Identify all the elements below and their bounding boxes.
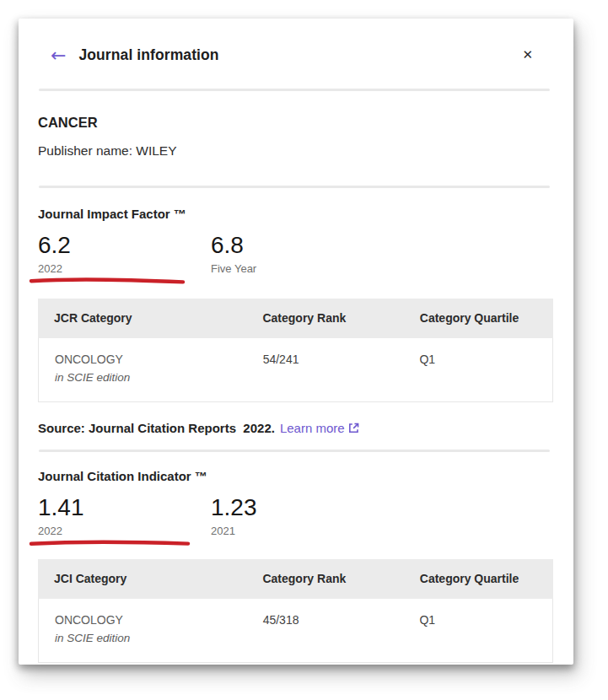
journal-header-section: CANCER Publisher name: WILEY [19,91,573,186]
table-header-row: JCR Category Category Rank Category Quar… [38,299,553,338]
column-header-category-quartile: Category Quartile [404,299,553,338]
cell-quartile: Q1 [403,338,552,401]
cell-category: ONCOLOGY in SCIE edition [39,599,247,662]
panel-header: ← Journal information ✕ [19,19,573,89]
red-underline-annotation [29,277,186,286]
close-icon: ✕ [522,47,533,62]
metric-jif-current: 6.2 2022 [38,232,211,286]
edition-note: in SCIE edition [55,632,240,657]
metric-label: 2022 [38,525,211,537]
metric-value: 6.2 [38,232,211,258]
citation-indicator-metrics: 1.41 2022 1.23 2021 [38,494,553,548]
table-row: ONCOLOGY in SCIE edition 54/241 Q1 [39,338,552,401]
cell-quartile: Q1 [403,599,552,662]
journal-information-panel: ← Journal information ✕ CANCER Publisher… [19,19,573,665]
jci-category-table: JCI Category Category Rank Category Quar… [38,559,553,663]
citation-indicator-section: Journal Citation Indicator ™ 1.41 2022 1… [19,452,573,663]
red-underline-annotation [29,539,191,548]
column-header-category-rank: Category Rank [246,299,403,338]
metric-label: 2022 [38,262,211,275]
journal-name: CANCER [38,115,553,131]
impact-factor-title: Journal Impact Factor ™ [38,207,553,221]
edition-note: in SCIE edition [55,371,240,396]
table-row: ONCOLOGY in SCIE edition 45/318 Q1 [39,599,552,662]
metric-value: 1.41 [38,494,211,520]
column-header-category-rank: Category Rank [246,559,403,599]
metric-label: 2021 [211,525,384,537]
publisher-name: Publisher name: WILEY [38,143,553,159]
cell-rank: 54/241 [247,338,404,401]
external-link-icon [347,422,360,439]
metric-jci-previous: 1.23 2021 [211,494,384,548]
page-title: Journal information [78,46,520,64]
back-button[interactable]: ← [49,46,67,65]
citation-indicator-title: Journal Citation Indicator ™ [38,469,553,483]
metric-jci-current: 1.41 2022 [38,494,211,548]
metric-label: Five Year [211,262,384,275]
close-button[interactable]: ✕ [520,47,535,63]
source-line: Source: Journal Citation Reports 2022.Le… [38,421,553,450]
source-text: Source: Journal Citation Reports 2022. [38,421,275,435]
cell-rank: 45/318 [247,599,404,662]
table-header-row: JCI Category Category Rank Category Quar… [38,559,553,599]
column-header-category-quartile: Category Quartile [404,559,553,599]
impact-factor-section: Journal Impact Factor ™ 6.2 2022 6.8 Fiv… [19,188,573,450]
back-arrow-icon: ← [51,45,66,66]
metric-value: 6.8 [211,232,384,258]
category-name: ONCOLOGY [55,353,240,366]
category-name: ONCOLOGY [55,613,240,627]
cell-category: ONCOLOGY in SCIE edition [39,338,247,401]
metric-jif-five-year: 6.8 Five Year [211,232,384,286]
jcr-category-table: JCR Category Category Rank Category Quar… [38,299,553,402]
column-header-jcr-category: JCR Category [38,299,246,338]
learn-more-link[interactable]: Learn more [280,421,345,435]
metric-value: 1.23 [211,494,384,520]
column-header-jci-category: JCI Category [38,559,246,599]
impact-factor-metrics: 6.2 2022 6.8 Five Year [38,232,553,286]
